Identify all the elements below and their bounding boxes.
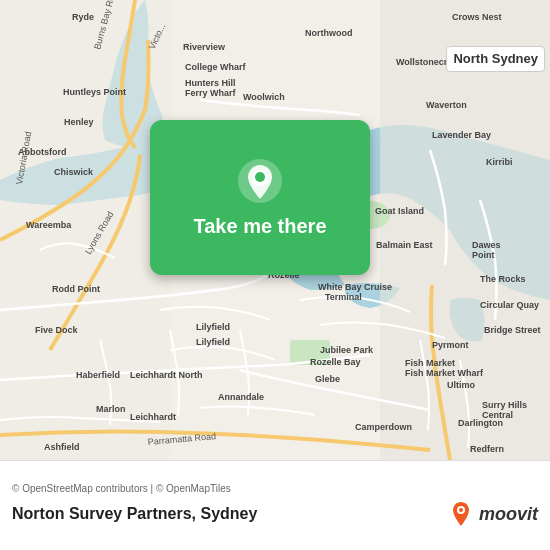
svg-text:Point: Point bbox=[472, 250, 495, 260]
svg-text:Jubilee Park: Jubilee Park bbox=[320, 345, 374, 355]
moovit-logo[interactable]: moovit bbox=[447, 500, 538, 528]
moovit-text: moovit bbox=[479, 504, 538, 525]
bottom-info-row: Norton Survey Partners, Sydney moovit bbox=[12, 500, 538, 528]
svg-text:White Bay Cruise: White Bay Cruise bbox=[318, 282, 392, 292]
svg-text:Bridge Street: Bridge Street bbox=[484, 325, 541, 335]
svg-point-63 bbox=[459, 508, 463, 512]
svg-text:Waverton: Waverton bbox=[426, 100, 467, 110]
svg-text:Woolwich: Woolwich bbox=[243, 92, 285, 102]
svg-point-61 bbox=[255, 172, 265, 182]
svg-text:Terminal: Terminal bbox=[325, 292, 362, 302]
svg-text:Lilyfield: Lilyfield bbox=[196, 322, 230, 332]
svg-text:Circular Quay: Circular Quay bbox=[480, 300, 539, 310]
svg-text:Huntleys Point: Huntleys Point bbox=[63, 87, 126, 97]
action-card[interactable]: Take me there bbox=[150, 120, 370, 275]
svg-rect-1 bbox=[0, 0, 170, 460]
svg-text:Leichhardt North: Leichhardt North bbox=[130, 370, 203, 380]
svg-text:Central: Central bbox=[482, 410, 513, 420]
location-pin-icon bbox=[236, 157, 284, 205]
svg-text:Riverview: Riverview bbox=[183, 42, 226, 52]
svg-text:Glebe: Glebe bbox=[315, 374, 340, 384]
svg-text:Kirribi: Kirribi bbox=[486, 157, 513, 167]
svg-text:Five Dock: Five Dock bbox=[35, 325, 79, 335]
map-container: Ryde Crows Nest Northwood Riverview Coll… bbox=[0, 0, 550, 460]
svg-text:Balmain East: Balmain East bbox=[376, 240, 433, 250]
svg-text:Lilyfield: Lilyfield bbox=[196, 337, 230, 347]
svg-text:Pyrmont: Pyrmont bbox=[432, 340, 469, 350]
svg-text:Haberfield: Haberfield bbox=[76, 370, 120, 380]
svg-text:Chiswick: Chiswick bbox=[54, 167, 94, 177]
svg-text:Surry Hills: Surry Hills bbox=[482, 400, 527, 410]
svg-text:The Rocks: The Rocks bbox=[480, 274, 526, 284]
svg-text:College Wharf: College Wharf bbox=[185, 62, 247, 72]
svg-text:Henley: Henley bbox=[64, 117, 94, 127]
location-name: Norton Survey Partners, Sydney bbox=[12, 505, 257, 523]
svg-text:Leichhardt: Leichhardt bbox=[130, 412, 176, 422]
svg-text:Annandale: Annandale bbox=[218, 392, 264, 402]
svg-text:Marlon: Marlon bbox=[96, 404, 126, 414]
svg-text:Ferry Wharf: Ferry Wharf bbox=[185, 88, 237, 98]
location-name-text: Norton Survey Partners bbox=[12, 505, 192, 522]
svg-text:Camperdown: Camperdown bbox=[355, 422, 412, 432]
svg-text:Goat Island: Goat Island bbox=[375, 206, 424, 216]
bottom-bar: © OpenStreetMap contributors | © OpenMap… bbox=[0, 460, 550, 550]
svg-text:Ultimo: Ultimo bbox=[447, 380, 476, 390]
svg-text:Redfern: Redfern bbox=[470, 444, 504, 454]
svg-text:Rodd Point: Rodd Point bbox=[52, 284, 100, 294]
moovit-brand-icon bbox=[447, 500, 475, 528]
svg-text:Crows Nest: Crows Nest bbox=[452, 12, 502, 22]
svg-text:Dawes: Dawes bbox=[472, 240, 501, 250]
svg-text:Wareemba: Wareemba bbox=[26, 220, 72, 230]
take-me-there-button[interactable]: Take me there bbox=[193, 215, 326, 238]
svg-text:Hunters Hill: Hunters Hill bbox=[185, 78, 236, 88]
svg-text:Rozelle Bay: Rozelle Bay bbox=[310, 357, 361, 367]
svg-text:Fish Market Wharf: Fish Market Wharf bbox=[405, 368, 484, 378]
svg-text:Lavender Bay: Lavender Bay bbox=[432, 130, 491, 140]
svg-text:Ryde: Ryde bbox=[72, 12, 94, 22]
map-attribution: © OpenStreetMap contributors | © OpenMap… bbox=[12, 483, 538, 494]
svg-text:Fish Market: Fish Market bbox=[405, 358, 455, 368]
north-sydney-label: North Sydney bbox=[446, 46, 545, 72]
svg-text:Northwood: Northwood bbox=[305, 28, 353, 38]
svg-text:Ashfield: Ashfield bbox=[44, 442, 80, 452]
city-name-text: Sydney bbox=[201, 505, 258, 522]
